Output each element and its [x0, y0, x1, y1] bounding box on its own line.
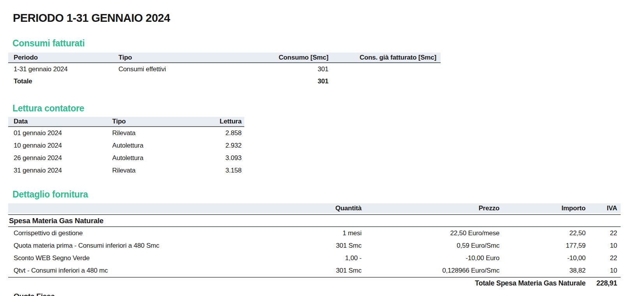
- cell-quantita: 1,00 -: [249, 252, 365, 264]
- cell-descrizione: Qtvt - Consumi inferiori a 480 mc: [8, 264, 249, 277]
- cell-prezzo: 0,59 Euro/Smc: [365, 240, 503, 252]
- table-row: Corrispettivo di gestione 1 mesi 22,50 E…: [8, 227, 621, 240]
- table-row: 26 gennaio 2024 Autolettura 3.093: [8, 152, 244, 164]
- table-total-row: Totale 301: [8, 75, 441, 87]
- table-header-row: Quantità Prezzo Importo IVA: [8, 203, 621, 213]
- column-header-periodo: Periodo: [8, 53, 113, 62]
- cell-tipo: Rilevata: [107, 164, 177, 177]
- section-heading-consumi-fatturati: Consumi fatturati: [12, 39, 644, 48]
- table-row: 10 gennaio 2024 Autolettura 2.932: [8, 139, 244, 152]
- cell-importo: 22,50: [503, 227, 589, 240]
- group-title-spesa-materia-gas-naturale: Spesa Materia Gas Naturale: [8, 214, 621, 227]
- cell-tipo: Rilevata: [107, 127, 177, 139]
- cell-quantita: 301 Smc: [249, 240, 365, 252]
- cell-tipo: Consumi effettivi: [113, 63, 230, 75]
- column-header-quantita: Quantità: [249, 204, 365, 213]
- dettaglio-fornitura-table: Quantità Prezzo Importo IVA Spesa Materi…: [8, 203, 644, 288]
- group-title-quota-fissa-clipped: Quota Fissa: [14, 292, 644, 296]
- cell-lettura: 2.932: [177, 139, 244, 152]
- column-header-data: Data: [8, 117, 107, 126]
- table-header-row: Periodo Tipo Consumo [Smc] Cons. già fat…: [8, 53, 441, 63]
- table-row: 1-31 gennaio 2024 Consumi effettivi 301: [8, 63, 441, 75]
- column-header-tipo: Tipo: [113, 53, 230, 62]
- cell-quantita: 301 Smc: [249, 264, 365, 277]
- cell-descrizione: Corrispettivo di gestione: [8, 227, 249, 240]
- total-consumo: 301: [230, 75, 329, 87]
- table-row: 31 gennaio 2024 Rilevata 3.158: [8, 164, 244, 177]
- group-total-value: 228,91: [589, 278, 621, 288]
- cell-importo: 177,59: [503, 240, 589, 252]
- cell-iva: 22: [589, 252, 621, 264]
- cell-prezzo: -10,00 Euro: [365, 252, 503, 264]
- group-total-row: Totale Spesa Materia Gas Naturale 228,91: [8, 277, 621, 288]
- cell-tipo: Autolettura: [107, 139, 177, 152]
- table-row: Qtvt - Consumi inferiori a 480 mc 301 Sm…: [8, 264, 621, 277]
- cell-iva: 10: [589, 264, 621, 277]
- cell-data: 31 gennaio 2024: [8, 164, 107, 177]
- cell-tipo: Autolettura: [107, 152, 177, 164]
- bill-page: PERIODO 1-31 GENNAIO 2024 Consumi fattur…: [0, 0, 644, 296]
- cell-importo: -10,00: [503, 252, 589, 264]
- cell-prezzo: 22,50 Euro/mese: [365, 227, 503, 240]
- cell-iva: 22: [589, 227, 621, 240]
- column-header-importo: Importo: [503, 204, 589, 213]
- table-row: Sconto WEB Segno Verde 1,00 - -10,00 Eur…: [8, 252, 621, 264]
- cell-data: 01 gennaio 2024: [8, 127, 107, 139]
- column-header-lettura: Lettura: [177, 117, 244, 126]
- group-total-label: Totale Spesa Materia Gas Naturale: [8, 278, 589, 288]
- cell-lettura: 3.093: [177, 152, 244, 164]
- cell-lettura: 3.158: [177, 164, 244, 177]
- column-header-tipo: Tipo: [107, 117, 177, 126]
- cell-data: 10 gennaio 2024: [8, 139, 107, 152]
- cell-prezzo: 0,128966 Euro/Smc: [365, 264, 503, 277]
- column-header-iva: IVA: [589, 204, 621, 213]
- page-title: PERIODO 1-31 GENNAIO 2024: [13, 12, 644, 24]
- column-header-cons-gia-fatturato: Cons. già fatturato [Smc]: [329, 53, 441, 62]
- cell-quantita: 1 mesi: [249, 227, 365, 240]
- total-label: Totale: [8, 75, 113, 87]
- table-row: Quota materia prima - Consumi inferiori …: [8, 240, 621, 252]
- column-header-prezzo: Prezzo: [365, 204, 503, 213]
- section-heading-lettura-contatore: Lettura contatore: [12, 104, 644, 113]
- consumi-fatturati-table: Periodo Tipo Consumo [Smc] Cons. già fat…: [8, 53, 644, 87]
- cell-data: 26 gennaio 2024: [8, 152, 107, 164]
- cell-lettura: 2.858: [177, 127, 244, 139]
- cell-importo: 38,82: [503, 264, 589, 277]
- cell-iva: 10: [589, 240, 621, 252]
- section-heading-dettaglio-fornitura: Dettaglio fornitura: [12, 190, 644, 199]
- cell-periodo: 1-31 gennaio 2024: [8, 63, 113, 75]
- table-header-row: Data Tipo Lettura: [8, 117, 244, 127]
- cell-descrizione: Sconto WEB Segno Verde: [8, 252, 249, 264]
- table-row: 01 gennaio 2024 Rilevata 2.858: [8, 127, 244, 139]
- cell-consumo: 301: [230, 63, 329, 75]
- column-header-consumo: Consumo [Smc]: [230, 53, 329, 62]
- lettura-contatore-table: Data Tipo Lettura 01 gennaio 2024 Rileva…: [8, 117, 644, 177]
- cell-descrizione: Quota materia prima - Consumi inferiori …: [8, 240, 249, 252]
